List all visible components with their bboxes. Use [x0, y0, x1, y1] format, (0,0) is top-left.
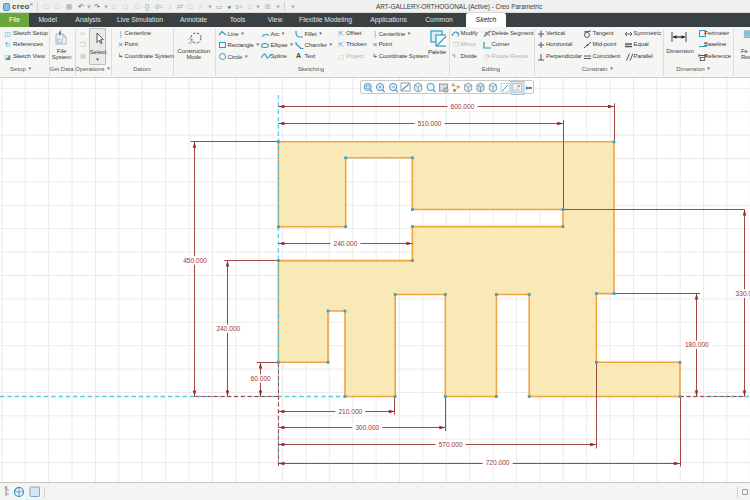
svg-text:240.000: 240.000	[333, 240, 357, 247]
svg-text:600.000: 600.000	[450, 103, 474, 110]
svg-text:570.000: 570.000	[439, 441, 463, 448]
svg-text:720.000: 720.000	[486, 459, 510, 466]
svg-text:300.000: 300.000	[355, 424, 379, 431]
svg-text:330.000: 330.000	[736, 290, 750, 297]
svg-text:450.000: 450.000	[183, 257, 207, 264]
svg-text:510.000: 510.000	[418, 120, 442, 127]
svg-text:60.000: 60.000	[251, 375, 272, 382]
svg-text:210.000: 210.000	[338, 408, 362, 415]
svg-text:180.000: 180.000	[685, 341, 709, 348]
svg-text:240.000: 240.000	[216, 325, 240, 332]
